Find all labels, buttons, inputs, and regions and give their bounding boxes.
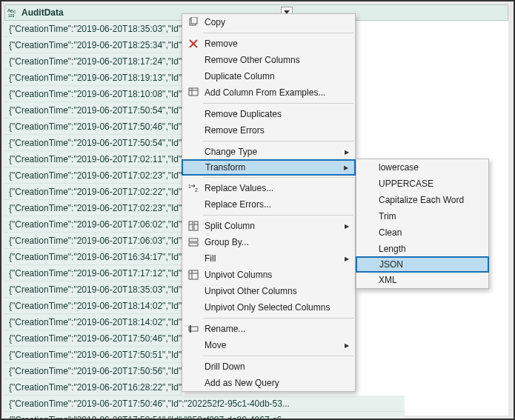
menu-item-replace-errors[interactable]: Replace Errors... (182, 196, 355, 213)
submenu-item-capitalize[interactable]: Capitalize Each Word (356, 192, 488, 208)
menu-item-duplicate[interactable]: Duplicate Column (182, 68, 355, 84)
menu-item-label: Remove Duplicates (205, 109, 349, 119)
svg-text:2: 2 (195, 187, 198, 193)
split-icon (185, 219, 202, 233)
blank-icon (185, 70, 202, 83)
data-cell[interactable]: {"CreationTime":"2019-06-20T18:17:24","I… (4, 53, 182, 70)
menu-item-replace-values[interactable]: 12Replace Values... (182, 180, 355, 196)
svg-text:1: 1 (188, 184, 191, 189)
blank-icon (185, 198, 202, 211)
blank-icon (185, 145, 202, 159)
context-menu: CopyRemoveRemove Other ColumnsDuplicate … (182, 13, 356, 392)
submenu-arrow-icon: ▶ (342, 256, 349, 262)
menu-item-unpivot-other[interactable]: Unpivot Other Columns (182, 283, 355, 299)
submenu-item-label: lowercase (379, 162, 482, 173)
menu-item-group-by[interactable]: Group By... (182, 234, 355, 250)
data-cell[interactable]: {"CreationTime":"2019-06-20T17:17:12","I… (4, 265, 182, 281)
menu-item-unpivot-selected[interactable]: Unpivot Only Selected Columns (182, 299, 355, 316)
menu-item-transform[interactable]: Transform▶ (182, 159, 356, 176)
menu-item-add-new-query[interactable]: Add as New Query (182, 375, 355, 391)
data-cell[interactable]: {"CreationTime":"2019-06-20T17:50:56","I… (4, 363, 182, 379)
remove-icon (185, 37, 202, 50)
column-type-icon: A B C 123 (7, 7, 20, 19)
menu-item-unpivot[interactable]: Unpivot Columns (182, 267, 355, 283)
data-cell[interactable]: {"CreationTime":"2019-06-20T17:50:51","I… (4, 347, 182, 363)
transform-submenu: lowercaseUPPERCASECapitalize Each WordTr… (356, 159, 489, 289)
data-cell[interactable]: {"CreationTime":"2019-06-20T17:50:46","I… (4, 330, 182, 347)
menu-item-rename[interactable]: Rename... (182, 321, 355, 337)
data-cell[interactable]: {"CreationTime":"2019-06-20T18:25:34","I… (4, 37, 182, 53)
menu-separator (203, 318, 353, 319)
submenu-item-uppercase[interactable]: UPPERCASE (356, 176, 488, 192)
svg-rect-19 (189, 270, 198, 279)
menu-item-change-type[interactable]: Change Type▶ (182, 144, 355, 160)
menu-item-remove-other[interactable]: Remove Other Columns (182, 52, 355, 68)
menu-separator (203, 215, 353, 216)
data-cell[interactable]: {"CreationTime":"2019-06-20T18:19:13","I… (4, 70, 182, 86)
blank-icon (185, 252, 202, 265)
menu-item-label: Add Column From Examples... (205, 87, 349, 98)
data-cell[interactable]: {"CreationTime":"2019-06-20T17:02:23","I… (4, 167, 182, 184)
data-cell[interactable]: {"CreationTime":"2019-06-20T17:02:22","I… (4, 184, 182, 200)
data-cell[interactable]: {"CreationTime":"2019-06-20T17:50:46","I… (4, 119, 182, 135)
menu-item-move[interactable]: Move▶ (182, 337, 355, 353)
menu-item-label: Add as New Query (205, 378, 349, 388)
submenu-item-lowercase[interactable]: lowercase (356, 159, 488, 176)
svg-rect-17 (189, 239, 198, 241)
submenu-item-label: Capitalize Each Word (379, 195, 482, 205)
svg-rect-14 (194, 221, 198, 230)
menu-item-remove-errors[interactable]: Remove Errors (182, 122, 355, 139)
submenu-item-clean[interactable]: Clean (356, 224, 488, 241)
menu-item-label: Unpivot Other Columns (205, 286, 349, 296)
menu-item-label: Duplicate Column (205, 71, 349, 81)
menu-item-label: Split Column (205, 221, 342, 231)
menu-item-label: Remove Other Columns (205, 55, 349, 65)
data-cell[interactable]: {"CreationTime":"2019-06-20T18:35:03","I… (4, 281, 182, 298)
data-cell[interactable]: {"CreationTime":"2019-06-20T17:06:02","I… (4, 216, 182, 233)
menu-item-remove-dup[interactable]: Remove Duplicates (182, 106, 355, 122)
data-cell[interactable]: {"CreationTime":"2019-06-20T18:10:08","I… (4, 86, 182, 102)
submenu-item-json[interactable]: JSON (356, 256, 489, 273)
menu-item-label: Fill (205, 253, 342, 264)
blank-icon (185, 376, 202, 390)
submenu-item-xml[interactable]: XML (356, 272, 488, 288)
blank-icon (185, 339, 202, 352)
menu-item-label: Rename... (205, 324, 349, 334)
menu-item-add-col-examples[interactable]: Add Column From Examples... (182, 84, 355, 101)
menu-item-label: Unpivot Columns (205, 270, 349, 280)
submenu-item-label: XML (379, 275, 482, 285)
svg-rect-18 (189, 243, 198, 246)
menu-item-label: Remove (205, 39, 349, 49)
data-cell[interactable]: {"CreationTime":"2019-06-20T17:50:46","I… (4, 396, 405, 412)
menu-separator (203, 141, 353, 141)
data-cell[interactable]: {"CreationTime":"2019-06-20T17:02:11","I… (4, 151, 182, 167)
menu-item-copy[interactable]: Copy (182, 14, 355, 30)
data-cell[interactable]: {"CreationTime":"2019-06-20T17:06:03","I… (4, 233, 182, 249)
menu-item-label: Copy (205, 17, 349, 27)
data-cell[interactable]: {"CreationTime":"2019-06-20T17:50:54","I… (4, 135, 182, 151)
menu-item-split-column[interactable]: Split Column▶ (182, 218, 355, 234)
menu-item-fill[interactable]: Fill▶ (182, 250, 355, 267)
data-cell[interactable]: {"CreationTime":"2019-06-20T16:34:17","I… (4, 249, 182, 265)
unpivot-icon (185, 268, 202, 281)
data-cell[interactable]: {"CreationTime":"2019-06-20T16:28:22","I… (4, 379, 182, 396)
submenu-item-label: UPPERCASE (379, 179, 482, 189)
menu-item-remove[interactable]: Remove (182, 36, 355, 52)
submenu-item-label: JSON (379, 259, 482, 270)
submenu-item-length[interactable]: Length (356, 241, 488, 257)
menu-item-label: Replace Errors... (205, 199, 349, 210)
data-cell[interactable]: {"CreationTime":"2019-06-20T18:14:02","I… (4, 298, 182, 314)
data-cell[interactable]: {"CreationTime":"2019-06-20T17:02:23","I… (4, 200, 182, 216)
svg-rect-5 (191, 17, 197, 24)
data-cell[interactable]: {"CreationTime":"2019-06-20T18:35:03","I… (4, 21, 182, 37)
svg-rect-8 (189, 88, 198, 96)
data-cell[interactable]: {"CreationTime":"2019-06-20T18:14:02","I… (4, 314, 182, 330)
submenu-arrow-icon: ▶ (342, 149, 349, 156)
menu-item-label: Group By... (205, 237, 349, 247)
menu-item-label: Change Type (205, 147, 342, 157)
menu-item-label: Replace Values... (205, 183, 349, 193)
data-cell[interactable]: {"CreationTime":"2019-06-20T17:50:51","I… (4, 412, 405, 420)
menu-item-drill-down[interactable]: Drill Down (182, 359, 355, 375)
data-cell[interactable]: {"CreationTime":"2019-06-20T17:50:54","I… (4, 102, 182, 119)
submenu-item-trim[interactable]: Trim (356, 208, 488, 224)
